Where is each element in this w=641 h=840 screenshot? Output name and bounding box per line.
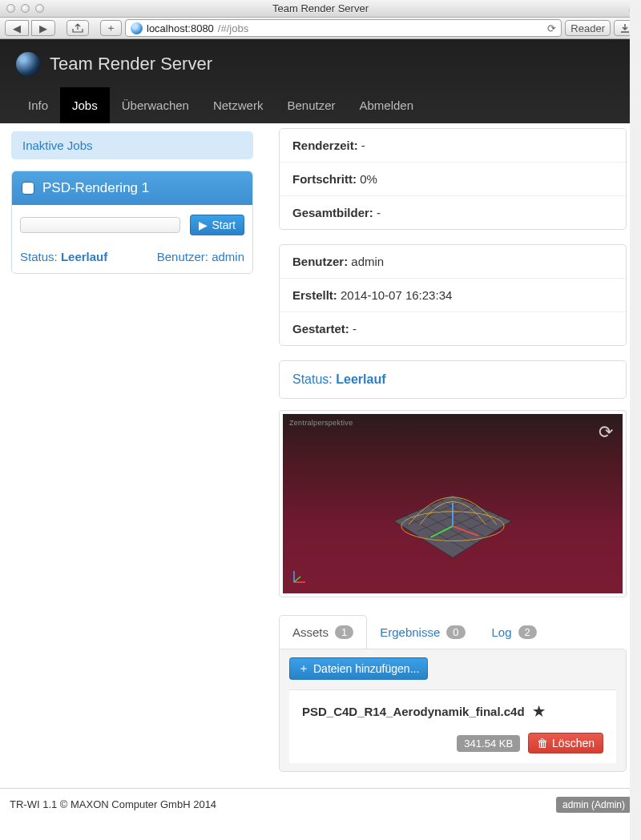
forward-button[interactable]: ▶ (31, 20, 55, 36)
add-files-button[interactable]: ＋ Dateien hinzufügen... (289, 657, 428, 680)
delete-button[interactable]: 🗑 Löschen (528, 733, 603, 754)
window-title: Team Render Server (0, 2, 641, 14)
job-title: PSD-Rendering 1 (42, 180, 149, 196)
main-nav: Info Jobs Überwachen Netzwerk Benutzer A… (16, 87, 625, 123)
main: Inaktive Jobs PSD-Rendering 1 ▶ Start St… (0, 123, 641, 788)
asset-row: PSD_C4D_R14_Aerodynamik_final.c4d ★ 341.… (289, 689, 616, 763)
assets-panel: ＋ Dateien hinzufügen... PSD_C4D_R14_Aero… (279, 649, 627, 772)
globe-icon (131, 22, 143, 34)
back-button[interactable]: ◀ (5, 20, 29, 36)
subtab-results[interactable]: Ergebnisse 0 (366, 615, 478, 649)
tab-logout[interactable]: Abmelden (348, 87, 426, 123)
render-preview-plane (373, 492, 533, 580)
refresh-icon[interactable]: ⟳ (599, 422, 613, 443)
app-header: Team Render Server Info Jobs Überwachen … (0, 39, 641, 123)
footer-left: TR-WI 1.1 © MAXON Computer GmbH 2014 (10, 798, 216, 810)
svg-line-15 (294, 577, 300, 582)
tab-network[interactable]: Netzwerk (201, 87, 276, 123)
browser-toolbar: ◀ ▶ ＋ localhost:8080/#/jobs ⟳ Reader (0, 18, 641, 39)
job-card: PSD-Rendering 1 ▶ Start Status: Leerlauf… (11, 171, 253, 274)
window-titlebar: Team Render Server ⤢ (0, 0, 641, 18)
tab-users[interactable]: Benutzer (275, 87, 347, 123)
brand-logo (16, 52, 40, 76)
job-progress (20, 217, 180, 233)
address-bar[interactable]: localhost:8080/#/jobs ⟳ (125, 19, 562, 37)
job-card-header[interactable]: PSD-Rendering 1 (12, 171, 252, 205)
brand-title: Team Render Server (50, 54, 212, 74)
status-box: Status: Leerlauf (279, 360, 627, 399)
content: Renderzeit: - Fortschritt: 0% Gesamtbild… (264, 123, 641, 788)
job-status: Status: Leerlauf (20, 250, 107, 263)
details-box-1: Renderzeit: - Fortschritt: 0% Gesamtbild… (279, 128, 627, 230)
preview: Zentralperspektive ⟳ (279, 410, 627, 597)
sidebar: Inaktive Jobs PSD-Rendering 1 ▶ Start St… (0, 123, 264, 788)
asset-size: 341.54 KB (457, 735, 520, 752)
inactive-jobs-header[interactable]: Inaktive Jobs (11, 131, 253, 159)
share-button[interactable] (67, 20, 89, 36)
footer-user-badge[interactable]: admin (Admin) (556, 797, 631, 813)
reader-label: Reader (570, 22, 605, 34)
viewport-label: Zentralperspektive (289, 419, 353, 427)
job-checkbox[interactable] (22, 182, 34, 195)
plus-icon: ＋ (298, 661, 309, 676)
start-button[interactable]: ▶ Start (190, 215, 244, 235)
trash-icon: 🗑 (537, 737, 548, 750)
star-icon[interactable]: ★ (533, 703, 545, 720)
url-path: /#/jobs (218, 22, 248, 34)
job-user: Benutzer: admin (157, 250, 244, 263)
footer: TR-WI 1.1 © MAXON Computer GmbH 2014 adm… (0, 788, 641, 820)
reload-icon[interactable]: ⟳ (547, 22, 556, 34)
subtab-log[interactable]: Log 2 (478, 615, 550, 649)
tab-jobs[interactable]: Jobs (60, 87, 110, 123)
subtab-assets[interactable]: Assets 1 (279, 615, 367, 649)
tab-monitor[interactable]: Überwachen (110, 87, 201, 123)
brand: Team Render Server (16, 52, 625, 76)
details-box-2: Benutzer: admin Erstellt: 2014-10-07 16:… (279, 244, 627, 346)
add-tab-button[interactable]: ＋ (100, 20, 122, 36)
play-icon: ▶ (199, 219, 208, 231)
asset-filename: PSD_C4D_R14_Aerodynamik_final.c4d (302, 705, 525, 718)
reader-button[interactable]: Reader (565, 20, 611, 36)
url-host: localhost:8080 (147, 22, 214, 34)
tab-info[interactable]: Info (16, 87, 60, 123)
start-label: Start (212, 219, 236, 231)
delete-label: Löschen (552, 737, 595, 750)
add-files-label: Dateien hinzufügen... (313, 662, 419, 675)
sub-tabs: Assets 1 Ergebnisse 0 Log 2 (279, 615, 627, 649)
axis-gizmo (291, 568, 308, 585)
scrollbar[interactable] (630, 0, 641, 840)
